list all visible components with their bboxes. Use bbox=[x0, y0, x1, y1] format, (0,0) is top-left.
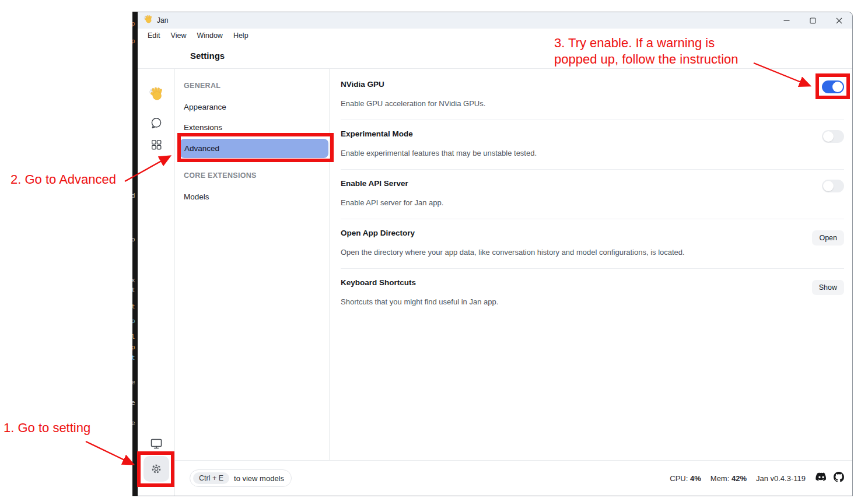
menu-help[interactable]: Help bbox=[228, 30, 254, 41]
menu-view[interactable]: View bbox=[166, 30, 192, 41]
nvidia-gpu-toggle[interactable] bbox=[822, 80, 844, 93]
row-divider bbox=[341, 120, 844, 120]
nav-item-extensions[interactable]: Extensions bbox=[184, 123, 222, 132]
row-title-experimental-mode: Experimental Mode bbox=[341, 129, 413, 138]
apps-grid-icon[interactable] bbox=[149, 137, 164, 152]
mem-stat: Mem: 42% bbox=[710, 474, 747, 483]
row-desc-keyboard-shortcuts: Shortcuts that you might find useful in … bbox=[341, 297, 498, 306]
terminal-glyph: t bbox=[132, 303, 135, 310]
nav-item-advanced-selected[interactable]: Advanced bbox=[180, 139, 328, 158]
system-monitor-icon[interactable] bbox=[149, 436, 164, 451]
settings-nav: GENERAL Appearance Extensions Advanced C… bbox=[175, 69, 330, 496]
app-version: Jan v0.4.3-119 bbox=[756, 474, 806, 483]
maximize-button[interactable] bbox=[800, 12, 826, 29]
close-button[interactable] bbox=[826, 12, 852, 29]
annotation-step1: 1. Go to setting bbox=[4, 420, 90, 436]
home-hand-icon[interactable] bbox=[149, 86, 164, 101]
annotation-step3-line2: popped up, follow the instruction bbox=[554, 51, 738, 68]
cpu-label: CPU: bbox=[670, 474, 688, 483]
row-desc-open-app-directory: Open the directory where your app data, … bbox=[341, 248, 685, 257]
terminal-glyph: p bbox=[132, 38, 135, 44]
terminal-glyph: p bbox=[132, 20, 135, 27]
page-header: Settings bbox=[138, 43, 852, 69]
terminal-glyph: t bbox=[132, 287, 135, 293]
screenshot-canvas: p p d o x t t p l p t e e e bbox=[0, 0, 868, 498]
cpu-value: 4% bbox=[690, 474, 701, 483]
settings-gear-button[interactable] bbox=[144, 456, 169, 482]
app-hand-icon bbox=[144, 15, 153, 26]
nav-item-models[interactable]: Models bbox=[184, 192, 209, 201]
open-app-directory-button[interactable]: Open bbox=[812, 230, 844, 246]
keyboard-shortcuts-show-button[interactable]: Show bbox=[812, 280, 844, 295]
page-title: Settings bbox=[190, 51, 225, 61]
menu-window[interactable]: Window bbox=[191, 30, 228, 41]
terminal-glyph: e bbox=[132, 420, 135, 426]
toggle-knob bbox=[823, 131, 834, 142]
annotation-step3-line1: 3. Try enable. If a warning is bbox=[554, 35, 738, 51]
title-bar: Jan bbox=[138, 12, 852, 29]
row-divider bbox=[341, 169, 844, 170]
cpu-stat: CPU: 4% bbox=[670, 474, 701, 483]
row-title-enable-api-server: Enable API Server bbox=[341, 179, 408, 188]
nav-item-appearance[interactable]: Appearance bbox=[184, 103, 226, 111]
experimental-mode-toggle[interactable] bbox=[822, 130, 844, 143]
discord-icon[interactable] bbox=[815, 472, 828, 485]
row-title-nvidia-gpu: NVidia GPU bbox=[341, 80, 384, 89]
terminal-glyph: e bbox=[132, 379, 135, 385]
window-controls bbox=[774, 12, 852, 29]
settings-content: NVidia GPU Enable GPU acceleration for N… bbox=[330, 69, 852, 496]
mem-label: Mem: bbox=[710, 474, 730, 483]
nav-heading-core-extensions: CORE EXTENSIONS bbox=[184, 171, 257, 180]
terminal-glyph: o bbox=[132, 236, 135, 243]
api-server-toggle[interactable] bbox=[822, 180, 844, 192]
toggle-knob bbox=[823, 181, 834, 191]
terminal-glyph: e bbox=[132, 399, 135, 406]
background-terminal-strip: p p d o x t t p l p t e e e bbox=[132, 12, 138, 496]
terminal-glyph: x bbox=[132, 277, 135, 283]
terminal-glyph: t bbox=[132, 355, 135, 361]
minimize-button[interactable] bbox=[774, 12, 800, 29]
shortcut-hint-text: to view models bbox=[234, 474, 284, 483]
chat-icon[interactable] bbox=[149, 115, 164, 131]
jan-app-window: Jan Edit View Window Help Settings bbox=[138, 12, 853, 496]
row-desc-experimental-mode: Enable experimental features that may be… bbox=[341, 149, 537, 157]
terminal-glyph: d bbox=[132, 192, 135, 199]
mem-value: 42% bbox=[732, 474, 747, 483]
row-divider bbox=[341, 219, 844, 219]
annotation-step3: 3. Try enable. If a warning is popped up… bbox=[554, 35, 738, 68]
shortcut-hint-pill: Ctrl + E to view models bbox=[190, 469, 292, 487]
status-bar: Ctrl + E to view models CPU: 4% Mem: 42%… bbox=[175, 460, 852, 496]
row-title-open-app-directory: Open App Directory bbox=[341, 229, 415, 237]
row-title-keyboard-shortcuts: Keyboard Shortcuts bbox=[341, 278, 416, 287]
ctrl-e-key-chip: Ctrl + E bbox=[193, 472, 229, 484]
terminal-glyph: l bbox=[132, 334, 135, 340]
row-desc-enable-api-server: Enable API server for Jan app. bbox=[341, 198, 443, 207]
github-icon[interactable] bbox=[834, 472, 844, 485]
menu-bar: Edit View Window Help bbox=[138, 29, 852, 43]
menu-edit[interactable]: Edit bbox=[142, 30, 166, 41]
terminal-glyph: p bbox=[132, 344, 135, 350]
toggle-knob bbox=[832, 82, 843, 92]
window-title: Jan bbox=[157, 16, 168, 24]
terminal-glyph: p bbox=[132, 318, 135, 324]
annotation-step2: 2. Go to Advanced bbox=[10, 171, 116, 188]
icon-rail bbox=[138, 69, 175, 496]
nav-heading-general: GENERAL bbox=[184, 82, 220, 90]
row-divider bbox=[341, 268, 844, 269]
row-desc-nvidia-gpu: Enable GPU acceleration for NVidia GPUs. bbox=[341, 99, 485, 108]
